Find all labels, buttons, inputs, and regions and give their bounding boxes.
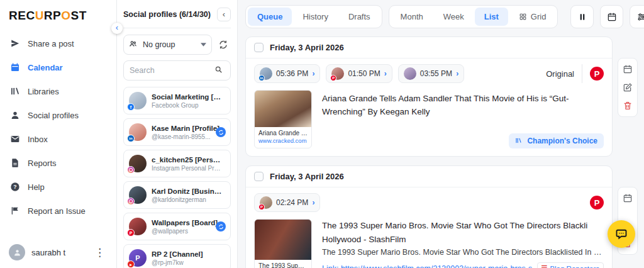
profile-text: Kase Marin [Profile] @kase-marin-8955... <box>152 125 225 140</box>
time-slot-chip[interactable]: 03:55 PM › <box>398 64 464 83</box>
card-action-rail <box>618 58 638 117</box>
schedule-icon[interactable] <box>623 64 633 74</box>
view-list[interactable]: List <box>475 8 508 26</box>
sync-badge-icon <box>216 127 226 137</box>
send-icon <box>10 38 20 48</box>
view-month[interactable]: Month <box>391 8 433 26</box>
sidebar-item-share-a-post[interactable]: Share a post <box>0 31 116 55</box>
post-title-line2: Hollywood - SlashFilm <box>322 233 604 247</box>
time-slot-chip[interactable]: in 05:36 PM › <box>254 64 320 83</box>
original-label: Original <box>546 69 574 79</box>
profile-item-instagram-personal[interactable]: c_kitchen25 [Personal ... Instagram Pers… <box>123 150 231 177</box>
sidebar-item-calendar[interactable]: Calendar <box>0 55 116 79</box>
pause-queue-button[interactable] <box>570 5 594 28</box>
chevron-right-icon: › <box>312 69 314 78</box>
profile-item-channel[interactable]: P▸ RP 2 [Channel] @rp-jm7kw <box>123 244 231 268</box>
view-week[interactable]: Week <box>434 8 474 26</box>
library-icon <box>10 86 20 96</box>
avatar <box>9 244 25 260</box>
queue-card: Friday, 3 April 2026 P 02:24 PM › P <box>245 165 613 268</box>
profile-text: c_kitchen25 [Personal ... Instagram Pers… <box>152 156 225 172</box>
queue-card-row: Friday, 3 April 2026 in 05:36 PM › P 01:… <box>245 36 638 157</box>
view-switcher-group: Month Week List Grid <box>389 5 558 28</box>
post-thumbnail[interactable]: The 1993 Super... <box>254 219 312 268</box>
avatar: f <box>129 92 147 109</box>
card-date: Friday, 3 April 2026 <box>270 43 344 52</box>
post-body: Ariana Grande Tells Adam Sandler That Th… <box>322 90 604 148</box>
post-thumbnail[interactable]: Ariana Grande T... www.cracked.com <box>254 90 312 148</box>
sidebar-item-help[interactable]: ? Help <box>0 175 116 199</box>
chevron-right-icon: › <box>312 198 314 207</box>
user-account-row[interactable]: saurabh t ⋮ <box>0 237 116 268</box>
champions-choice-badge[interactable]: Champion's Choice <box>509 133 604 148</box>
post-title-line1: The 1993 Super Mario Bros. Movie Star Wh… <box>322 219 604 233</box>
search-icon <box>214 65 225 75</box>
sidebar-item-social-profiles[interactable]: Social profiles <box>0 103 116 127</box>
profile-subtitle: Instagram Personal Profile <box>152 165 222 172</box>
divider <box>582 64 582 83</box>
sidebar-item-reports[interactable]: Reports <box>0 151 116 175</box>
time-slot-chip[interactable]: P 02:24 PM › <box>254 193 320 212</box>
profile-item-instagram-business[interactable]: Karl Donitz [Business ... @karldonitzger… <box>123 181 231 209</box>
edit-icon[interactable] <box>623 82 633 92</box>
tab-queue[interactable]: Queue <box>248 8 292 26</box>
slot-time: 05:36 PM <box>276 69 308 78</box>
sidebar-item-label: Share a post <box>28 39 74 48</box>
post-link[interactable]: Link: https://www.slashfilm.com/2138003/… <box>322 264 532 268</box>
search-input[interactable] <box>130 66 211 75</box>
avatar <box>129 155 147 172</box>
profile-subtitle: @rp-jm7kw <box>152 259 222 266</box>
delete-icon[interactable] <box>623 101 633 111</box>
refresh-profiles-button[interactable] <box>216 37 231 52</box>
linkedin-icon: in <box>258 75 265 81</box>
sidebar-item-label: Libraries <box>28 87 59 96</box>
slot-right-group: Original P <box>546 64 604 83</box>
select-day-checkbox[interactable] <box>254 43 264 52</box>
kebab-menu-icon[interactable]: ⋮ <box>92 246 108 259</box>
chat-widget-button[interactable] <box>608 220 635 248</box>
tab-drafts[interactable]: Drafts <box>339 8 380 26</box>
panel-collapse-button[interactable]: ‹ <box>217 8 231 21</box>
profile-search <box>123 60 231 81</box>
tab-history[interactable]: History <box>293 8 337 26</box>
sidebar-item-libraries[interactable]: Libraries <box>0 79 116 103</box>
profile-item-linkedin[interactable]: in Kase Marin [Profile] @kase-marin-8955… <box>123 118 231 146</box>
instagram-icon <box>127 198 135 205</box>
instagram-icon <box>127 166 135 174</box>
avatar: in <box>129 123 147 141</box>
main-content: Queue History Drafts Month Week List Gri… <box>238 0 644 268</box>
logo-part: ST <box>71 9 87 22</box>
date-picker-button[interactable] <box>600 5 623 28</box>
profile-subtitle: Facebook Group <box>152 102 222 109</box>
card-header: Friday, 3 April 2026 <box>246 37 612 59</box>
calendar-icon <box>10 62 20 72</box>
filter-settings-button[interactable] <box>630 5 644 28</box>
profile-text: RP 2 [Channel] @rp-jm7kw <box>152 250 225 266</box>
view-grid-label: Grid <box>531 12 547 21</box>
sync-badge-icon <box>216 221 226 232</box>
time-slot-chip[interactable]: P 01:50 PM › <box>326 64 392 83</box>
champions-choice-label: Champion's Choice <box>527 137 597 145</box>
queue-list: Friday, 3 April 2026 in 05:36 PM › P 01:… <box>245 36 638 268</box>
profile-name: c_kitchen25 [Personal ... <box>152 156 222 164</box>
thumbnail-image <box>255 91 311 127</box>
post-text: Ariana Grande Tells Adam Sandler That Th… <box>322 90 599 119</box>
flag-icon <box>10 206 20 216</box>
sidebar-item-report-an-issue[interactable]: Report an Issue <box>0 199 116 223</box>
person-icon <box>10 110 20 120</box>
blog-reposters-chip[interactable]: ☰ Blog Reposters <box>537 262 604 268</box>
sidebar-collapse-button[interactable]: ‹ <box>111 23 123 34</box>
group-filter-dropdown[interactable]: No group <box>123 35 212 55</box>
profile-name: Kase Marin [Profile] <box>152 125 222 132</box>
sidebar: RECURPOST Share a post Calendar Librarie… <box>0 0 117 268</box>
view-grid[interactable]: Grid <box>509 8 556 26</box>
schedule-icon[interactable] <box>623 193 633 203</box>
panel-title: Social profiles (6/14/30) <box>123 10 211 19</box>
select-day-checkbox[interactable] <box>254 172 264 181</box>
blog-reposters-label: Blog Reposters <box>550 265 599 268</box>
profile-subtitle: @karldonitzgerman <box>152 196 222 203</box>
time-slots-row: in 05:36 PM › P 01:50 PM › 03:55 PM <box>246 59 612 86</box>
profile-item-facebook-group[interactable]: f Social Marketing [Grou... Facebook Gro… <box>123 87 231 114</box>
sidebar-item-inbox[interactable]: Inbox <box>0 127 116 151</box>
profile-item-pinterest-board[interactable]: P Wallpapers [Board] @wallpapers <box>123 213 231 240</box>
